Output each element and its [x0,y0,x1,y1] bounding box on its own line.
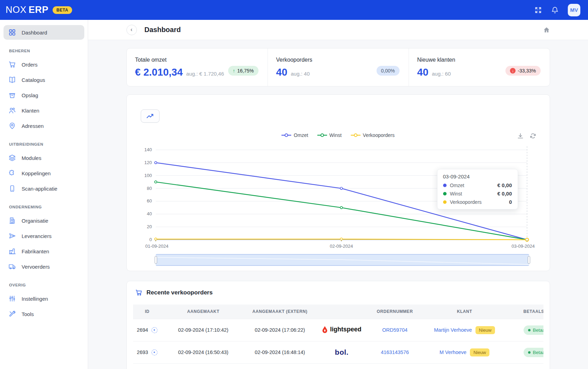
recent-orders-title: Recente verkooporders [147,289,213,296]
svg-text:100: 100 [144,173,152,178]
brand-erp: ERP [29,5,48,15]
order-created-extern: 02-09-2024 (16:48:14) [245,341,315,363]
order-created-extern: 02-09-2024 (17:06:22) [245,319,315,341]
sync-icon [152,349,157,355]
sidebar-item-leveranciers[interactable]: Leveranciers [3,229,84,243]
download-icon[interactable] [517,132,524,139]
datazoom-selection[interactable] [156,254,529,266]
home-icon[interactable] [543,26,550,33]
series-dot [443,200,447,204]
page-title: Dashboard [145,26,181,34]
sidebar-item-instellingen[interactable]: Instellingen [3,291,84,306]
kpi-value: 40 [417,67,428,78]
order-created: 02-09-2024 (16:50:43) [162,341,245,363]
sidebar-item-organisatie[interactable]: Organisatie [3,213,84,228]
customer-link[interactable]: Martijn Verhoeve [434,327,472,333]
col-aangemaakt-extern: AANGEMAAKT (EXTERN) [245,305,315,319]
sidebar-item-label: Tools [22,311,34,317]
col-klant: KLANT [421,305,508,319]
kpi-verkooporders: Verkooporders 40 aug.: 40 0,00% [268,48,409,86]
legend-marker [317,133,327,137]
payment-status-badge: Betaald [524,325,543,335]
legend-item-verkooporders[interactable]: Verkooporders [351,132,395,138]
sliders-icon [8,295,16,302]
chart-toolbox [517,132,536,139]
smartphone-icon [8,185,16,192]
order-row[interactable]: 2694 02-09-2024 (17:10:42) 02-09-2024 (1… [133,319,543,341]
legend-marker [281,133,291,137]
sidebar-item-label: Instellingen [22,296,48,302]
datazoom-handle-right[interactable] [528,256,530,264]
sidebar-section-label: ONDERNEMING [9,205,84,209]
datazoom-handle-left[interactable] [155,256,157,264]
brand: NOXERP BETA [6,5,72,15]
beta-badge: BETA [53,6,72,14]
svg-text:40: 40 [147,211,152,216]
status-dot [528,329,531,331]
col-ordernummer: ORDERNUMMER [369,305,421,319]
col-aangemaakt: AANGEMAAKT [162,305,245,319]
sidebar-item-koppelingen[interactable]: Koppelingen [3,166,84,180]
chart-type-button[interactable] [141,109,160,123]
sidebar-group-overig: OVERIG Instellingen Tools [3,283,84,321]
kpi-previous: aug.: 40 [291,71,310,77]
legend-item-winst[interactable]: Winst [317,132,342,138]
topbar-actions: MV [534,4,580,16]
order-id: 2693 [137,349,148,355]
svg-text:80: 80 [147,186,152,191]
brand-nox: NOX [6,5,26,15]
sidebar-item-opslag[interactable]: Opslag [3,88,84,102]
sidebar-item-tools[interactable]: Tools [3,307,84,321]
sidebar-item-dashboard[interactable]: Dashboard [3,25,84,40]
content: Totale omzet € 2.010,34 aug.: € 1.720,46… [126,40,550,369]
sidebar-item-label: Leveranciers [22,233,52,239]
sidebar-item-catalogus[interactable]: Catalogus [3,72,84,87]
sidebar-item-klanten[interactable]: Klanten [3,103,84,118]
ordernumber-link[interactable]: 4163143576 [381,349,409,355]
ordernumber-link[interactable]: ORD59704 [382,327,408,333]
sidebar-item-label: Adressen [22,123,44,129]
sidebar-section-label: UITBREIDINGEN [9,142,84,146]
legend-item-omzet[interactable]: Omzet [281,132,308,138]
customer-link[interactable]: M Verhoeve [440,349,466,355]
order-row[interactable]: 2693 02-09-2024 (16:50:43) 02-09-2024 (1… [133,341,543,363]
sidebar-item-label: Catalogus [22,77,45,83]
sidebar-item-fabrikanten[interactable]: Fabrikanten [3,244,84,259]
recent-orders-card: Recente verkooporders ID AANGEMAAKT AANG… [126,281,550,369]
dashboard-grid-icon [8,29,16,36]
sidebar-item-label: Klanten [22,108,39,114]
user-avatar[interactable]: MV [568,4,580,16]
back-button[interactable]: ‹ [126,25,137,35]
layers-icon [8,154,16,162]
kpi-nieuwe-klanten: Nieuwe klanten 40 aug.: 60 ↓-33,33% [409,48,550,86]
kpi-trend-badge: ↓-33,33% [505,66,540,76]
legend-label: Verkooporders [363,132,395,138]
chart-tooltip: 03-09-2024 Omzet€ 0,00 Winst€ 0,00 Verko… [437,169,518,209]
sidebar-group-uitbreidingen: UITBREIDINGEN Modules Koppelingen Scan-a… [3,142,84,196]
fullscreen-icon[interactable] [534,6,542,14]
datazoom-shadow [156,255,529,265]
col-channel [315,305,369,319]
refresh-icon[interactable] [529,132,536,139]
send-icon [8,232,16,240]
sidebar-item-orders[interactable]: Orders [3,57,84,72]
notifications-bell-icon[interactable] [551,6,559,14]
series-dot [443,192,447,195]
box-icon [8,91,16,99]
order-created: 02-09-2024 (17:10:42) [162,319,245,341]
recent-orders-header: Recente verkooporders [133,289,543,296]
svg-text:20: 20 [147,224,152,229]
legend-marker [351,133,361,137]
sidebar: Dashboard BEHEREN Orders Catalogus Opsla… [0,20,88,369]
kpi-trend-badge: 0,00% [377,66,400,76]
sidebar-item-adressen[interactable]: Adressen [3,118,84,133]
sidebar-item-modules[interactable]: Modules [3,151,84,165]
status-dot [528,351,531,354]
kpi-previous: aug.: 60 [432,71,451,77]
legend-label: Winst [330,132,342,138]
sidebar-item-scan-applicatie[interactable]: Scan-applicatie [3,181,84,196]
tooltip-date: 03-09-2024 [443,174,512,179]
datazoom-slider[interactable] [156,254,529,266]
sidebar-item-vervoerders[interactable]: Vervoerders [3,259,84,274]
sidebar-group-beheren: BEHEREN Orders Catalogus Opslag Klanten … [3,49,84,133]
